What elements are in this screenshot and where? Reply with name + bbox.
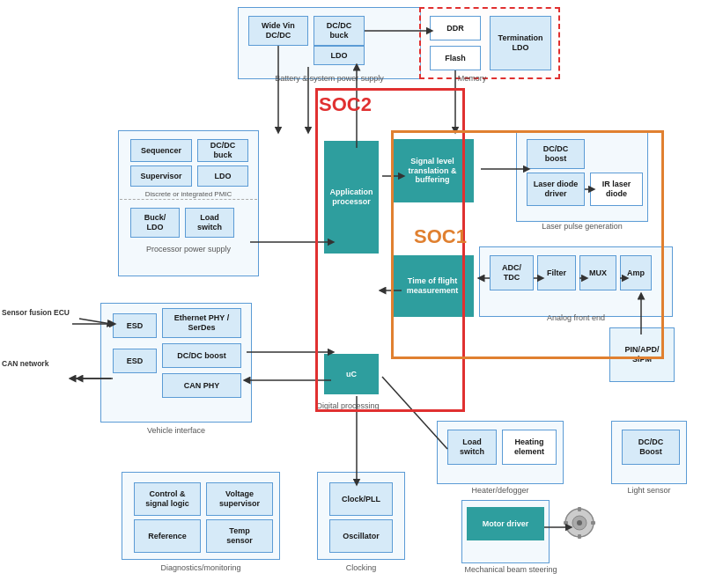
battery-label: Battery & system power supply <box>238 74 421 83</box>
heating-element-block: Heatingelement <box>502 430 557 465</box>
heater-label: Heater/defogger <box>437 486 564 495</box>
dcdc-boost-light-block: DC/DCBoost <box>622 430 680 465</box>
svg-rect-29 <box>564 521 568 525</box>
memory-label: Memory <box>428 74 516 83</box>
load-switch-heater-block: Loadswitch <box>447 430 497 465</box>
temp-sensor-block: Tempsensor <box>206 519 273 553</box>
esd1-block: ESD <box>113 313 157 338</box>
esd2-block: ESD <box>113 349 157 373</box>
can-network-label: CAN network <box>2 359 99 368</box>
ddr-block: DDR <box>430 16 481 40</box>
motor-icon <box>562 505 597 540</box>
dcdc-buck-top-block: DC/DCbuck <box>314 16 365 46</box>
reference-block: Reference <box>134 519 201 553</box>
svg-rect-30 <box>591 521 595 525</box>
svg-rect-27 <box>578 507 581 511</box>
control-signal-block: Control &signal logic <box>134 482 201 516</box>
svg-point-26 <box>577 520 582 526</box>
flash-block: Flash <box>430 46 481 70</box>
diagram: Wide VinDC/DC DC/DCbuck LDO Battery & sy… <box>0 0 723 588</box>
sequencer-block: Sequencer <box>130 139 192 162</box>
pmic-label: Discrete or integrated PMIC <box>120 190 257 198</box>
pmic-divider <box>120 199 257 200</box>
can-phy-block: CAN PHY <box>162 373 241 398</box>
eth-phy-block: Ethernet PHY /SerDes <box>162 308 241 338</box>
load-switch-proc-block: Loadswitch <box>185 208 234 238</box>
buck-ldo-block: Buck/LDO <box>130 208 180 238</box>
svg-rect-28 <box>578 534 581 539</box>
ldo-top-block: LDO <box>314 46 365 65</box>
light-sensor-label: Light sensor <box>611 486 687 495</box>
soc1-label: SOC1 <box>414 225 467 248</box>
diagnostics-label: Diagnostics/monitoring <box>122 563 280 572</box>
dcdc-boost-veh-block: DC/DC boost <box>162 343 241 368</box>
motor-driver-block: Motor driver <box>467 507 544 540</box>
sensor-fusion-label: Sensor fusion ECU <box>2 308 99 317</box>
dcdc-buck-proc-block: DC/DCbuck <box>197 139 248 162</box>
wide-vin-block: Wide VinDC/DC <box>248 16 308 46</box>
ldo-proc-block: LDO <box>197 165 248 187</box>
proc-pwr-label: Processor power supply <box>118 245 259 254</box>
termination-ldo-block: TerminationLDO <box>490 16 551 70</box>
vehicle-iface-label: Vehicle interface <box>100 426 252 435</box>
soc2-label: SOC2 <box>319 93 372 116</box>
supervisor-block: Supervisor <box>130 165 192 187</box>
mechanical-label: Mechanical beam steering <box>440 565 581 574</box>
clocking-label: Clocking <box>317 563 405 572</box>
voltage-supervisor-block: Voltagesupervisor <box>206 482 273 516</box>
oscillator-block: Oscillator <box>329 519 393 553</box>
clock-pll-block: Clock/PLL <box>329 482 393 516</box>
